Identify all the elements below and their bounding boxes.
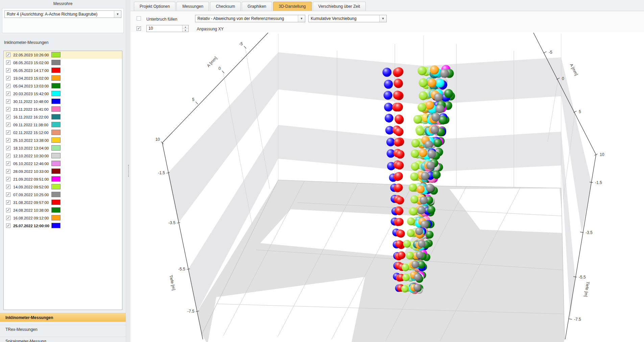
- measurement-checkbox[interactable]: ✓: [6, 123, 10, 127]
- measurement-checkbox[interactable]: ✓: [6, 177, 10, 181]
- measurement-row[interactable]: ✓14.09.2022 09:52:00: [4, 183, 122, 191]
- sidebar-nav-inklinometer-messungen[interactable]: Inklinometer-Messungen: [0, 313, 126, 322]
- measurement-checkbox[interactable]: ✓: [6, 169, 10, 174]
- measurement-date-label: 21.09.2022 09:51:00: [13, 177, 49, 181]
- svg-text:-1.5: -1.5: [595, 180, 602, 185]
- tab-verschiebung-ber-zeit[interactable]: Verschiebung über Zeit: [313, 2, 366, 11]
- xy-count-spinner[interactable]: 10 ▲ ▼: [146, 25, 189, 32]
- measurement-checkbox[interactable]: ✓: [6, 60, 10, 65]
- chevron-down-icon[interactable]: ▼: [379, 15, 386, 22]
- sidebar-nav-spiralometer-messung[interactable]: Spiralometer-Messung: [0, 337, 126, 342]
- xy-adjust-checkbox[interactable]: ✓: [137, 26, 141, 31]
- measurement-date-label: 07.09.2022 10:25:00: [13, 193, 49, 197]
- measurement-date-label: 20.03.2023 15:42:00: [13, 92, 49, 96]
- tube-selector[interactable]: Rohr 4 (Ausrichtung: A-Achse Richtung Ba…: [4, 10, 121, 18]
- sidebar-nav-trex-messungen[interactable]: TRex-Messungen: [0, 325, 126, 334]
- tab-checksum[interactable]: Checksum: [210, 2, 241, 11]
- measurement-color-swatch: [51, 168, 61, 174]
- measurement-row[interactable]: ✓23.11.2022 15:41:00: [4, 105, 122, 113]
- tab-bar: Projekt OptionenMessungenChecksumGraphik…: [130, 0, 644, 11]
- measurement-row[interactable]: ✓19.04.2023 15:02:00: [4, 74, 122, 82]
- measurement-row[interactable]: ✓25.07.2022 12:00:00: [4, 222, 122, 230]
- measurement-color-swatch: [51, 106, 61, 112]
- measurement-row[interactable]: ✓31.08.2022 09:57:00: [4, 199, 122, 206]
- svg-text:-3.5: -3.5: [168, 220, 175, 225]
- measurement-checkbox[interactable]: ✓: [6, 107, 10, 111]
- measurement-checkbox[interactable]: ✓: [6, 146, 10, 150]
- measurement-date-label: 30.11.2022 10:48:00: [13, 100, 49, 104]
- measurement-date-label: 25.07.2022 12:00:00: [13, 224, 49, 228]
- measurement-date-label: 05.04.2023 13:03:00: [13, 84, 49, 88]
- measurement-row[interactable]: ✓18.10.2022 13:04:00: [4, 144, 122, 152]
- measurement-row[interactable]: ✓25.10.2022 13:38:00: [4, 136, 122, 144]
- measurement-color-swatch: [51, 91, 61, 96]
- spinner-buttons: ▲ ▼: [182, 25, 188, 32]
- measurement-row[interactable]: ✓05.10.2022 12:46:00: [4, 160, 122, 167]
- spinner-down-icon[interactable]: ▼: [183, 29, 188, 32]
- measurement-row[interactable]: ✓24.08.2022 10:38:00: [4, 206, 122, 214]
- measurement-row[interactable]: ✓16.08.2022 09:12:00: [4, 214, 122, 222]
- mode-select[interactable]: Relativ - Abweichung von der Referenzmes…: [195, 15, 305, 22]
- plot-3d[interactable]: -50510A [mm]-1.5-3.5-5.5-7.5Tiefe [m]-50…: [130, 32, 644, 342]
- measurement-checkbox[interactable]: ✓: [6, 138, 10, 142]
- measurement-checkbox[interactable]: ✓: [6, 161, 10, 166]
- measurement-checkbox[interactable]: ✓: [6, 115, 10, 119]
- measurement-date-label: 02.11.2022 15:12:00: [13, 131, 49, 135]
- measurement-row[interactable]: ✓21.09.2022 09:51:00: [4, 175, 122, 183]
- measurement-checkbox[interactable]: ✓: [6, 154, 10, 158]
- chevron-down-icon[interactable]: ▼: [298, 15, 305, 22]
- measurement-checkbox[interactable]: ✓: [6, 223, 10, 228]
- chevron-down-icon[interactable]: ▼: [114, 11, 121, 18]
- tab-3d-darstellung[interactable]: 3D-Darstellung: [273, 2, 312, 11]
- spinner-up-icon[interactable]: ▲: [183, 25, 188, 29]
- measurement-checkbox[interactable]: ✓: [6, 208, 10, 212]
- scatter-3d-scene: -50510A [mm]-1.5-3.5-5.5-7.5Tiefe [m]-50…: [130, 32, 644, 342]
- measurement-date-label: 05.10.2022 12:46:00: [13, 162, 49, 166]
- xy-count-value[interactable]: 10: [147, 25, 182, 32]
- svg-text:10: 10: [600, 152, 604, 157]
- svg-text:-3.5: -3.5: [586, 230, 593, 235]
- measurement-checkbox[interactable]: ✓: [6, 216, 10, 220]
- measurement-checkbox[interactable]: ✓: [6, 76, 10, 80]
- tab-messungen[interactable]: Messungen: [176, 2, 209, 11]
- measurement-row[interactable]: ✓05.04.2023 13:03:00: [4, 82, 122, 90]
- measurement-row[interactable]: ✓12.10.2022 10:30:00: [4, 152, 122, 160]
- tab-graphiken[interactable]: Graphiken: [242, 2, 272, 11]
- measurement-row[interactable]: ✓07.09.2022 10:25:00: [4, 191, 122, 199]
- fill-gap-checkbox[interactable]: [137, 16, 141, 21]
- measurement-color-swatch: [51, 223, 61, 228]
- measurement-checkbox[interactable]: ✓: [6, 53, 10, 57]
- measurement-color-swatch: [51, 83, 61, 88]
- measurement-row[interactable]: ✓02.11.2022 15:12:00: [4, 129, 122, 136]
- tab-projekt-optionen[interactable]: Projekt Optionen: [134, 2, 175, 11]
- measurement-color-swatch: [51, 68, 61, 73]
- svg-text:10: 10: [156, 137, 160, 142]
- measurement-checkbox[interactable]: ✓: [6, 99, 10, 104]
- measurement-checkbox[interactable]: ✓: [6, 91, 10, 96]
- measurement-row[interactable]: ✓05.05.2023 14:17:00: [4, 67, 122, 74]
- measurement-row[interactable]: ✓08.05.2023 15:02:00: [4, 59, 122, 67]
- measurement-row[interactable]: ✓30.11.2022 10:48:00: [4, 98, 122, 105]
- measurement-row[interactable]: ✓20.03.2023 15:42:00: [4, 90, 122, 98]
- measurement-row[interactable]: ✓28.09.2022 10:33:00: [4, 167, 122, 175]
- svg-text:5: 5: [192, 97, 194, 102]
- measurement-date-label: 16.11.2022 16:22:00: [13, 115, 49, 119]
- measurement-row[interactable]: ✓16.11.2022 16:22:00: [4, 113, 122, 121]
- measurement-row[interactable]: ✓22.05.2023 10:26:00: [4, 51, 122, 59]
- measurement-checkbox[interactable]: ✓: [6, 130, 10, 135]
- measurement-list: ✓22.05.2023 10:26:00✓08.05.2023 15:02:00…: [3, 51, 122, 310]
- measurement-checkbox[interactable]: ✓: [6, 185, 10, 189]
- splitter-grip-icon: [128, 165, 129, 177]
- measurement-checkbox[interactable]: ✓: [6, 68, 10, 73]
- measurement-checkbox[interactable]: ✓: [6, 200, 10, 205]
- toolbar: Unterbruch füllen Relativ - Abweichung v…: [130, 11, 644, 32]
- measurement-checkbox[interactable]: ✓: [6, 84, 10, 88]
- measurement-date-label: 08.05.2023 15:02:00: [13, 61, 49, 65]
- display-select[interactable]: Kumulative Verschiebung ▼: [308, 15, 387, 22]
- measurement-row[interactable]: ✓09.11.2022 11:38:00: [4, 121, 122, 129]
- measurement-date-label: 31.08.2022 09:57:00: [13, 201, 49, 205]
- measurement-checkbox[interactable]: ✓: [6, 192, 10, 197]
- measurement-color-swatch: [51, 184, 61, 189]
- measurement-date-label: 28.09.2022 10:33:00: [13, 169, 49, 174]
- measurement-date-label: 05.05.2023 14:17:00: [13, 69, 49, 73]
